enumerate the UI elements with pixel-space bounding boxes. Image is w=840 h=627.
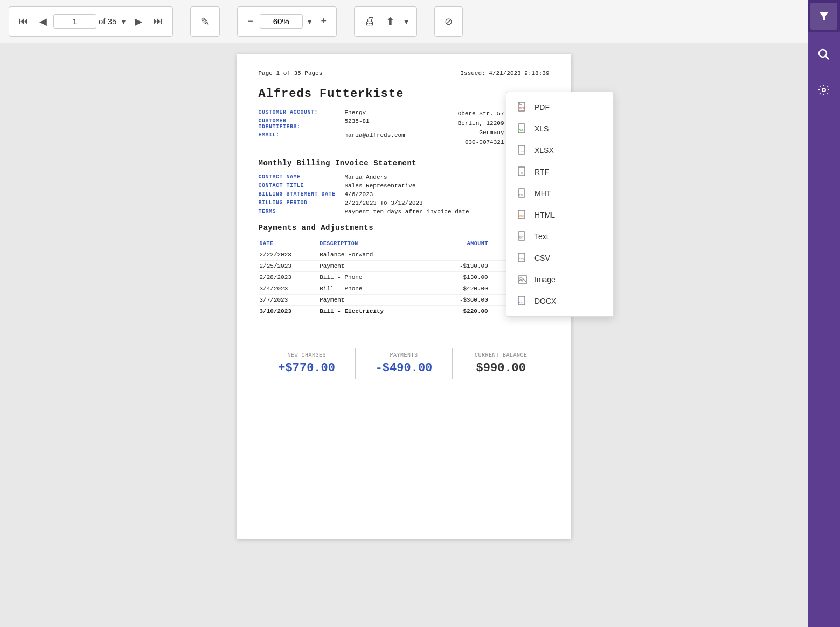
export-dropdown: PDF PDF XLS XLS XLSX XLSX RTF RTF MHT MH… bbox=[506, 92, 614, 317]
image-label: Image bbox=[534, 275, 556, 284]
html-icon: HTML bbox=[517, 210, 528, 220]
svg-rect-71 bbox=[518, 276, 527, 283]
mht-icon: MHT bbox=[517, 188, 528, 199]
csv-icon: CSV bbox=[517, 253, 528, 263]
redact-group: ⊘ bbox=[434, 6, 463, 37]
email-label: EMAIL: bbox=[259, 132, 345, 138]
billing-period-label: BILLING PERIOD bbox=[259, 200, 345, 206]
svg-point-76 bbox=[819, 50, 827, 57]
next-page-icon: ▶ bbox=[135, 16, 142, 27]
pdf-icon: PDF bbox=[517, 102, 528, 113]
export-menu-item[interactable]: MHT MHT bbox=[506, 183, 613, 204]
print-icon: 🖨 bbox=[364, 15, 375, 27]
export-menu-item[interactable]: CSV CSV bbox=[506, 247, 613, 269]
zoom-dropdown-button[interactable]: ▼ bbox=[305, 17, 315, 26]
current-balance-value: $990.00 bbox=[457, 361, 545, 375]
zoom-out-button[interactable]: − bbox=[243, 13, 258, 29]
page-dropdown-button[interactable]: ▼ bbox=[119, 17, 128, 26]
cell-date: 2/25/2023 bbox=[259, 261, 319, 272]
cell-date: 2/22/2023 bbox=[259, 249, 319, 261]
doc-header-meta: Page 1 of 35 Pages Issued: 4/21/2023 9:1… bbox=[259, 70, 550, 76]
mht-label: MHT bbox=[534, 189, 551, 198]
print-button[interactable]: 🖨 bbox=[360, 13, 379, 30]
svg-point-72 bbox=[520, 277, 522, 280]
last-page-icon: ⏭ bbox=[153, 16, 163, 27]
right-sidebar bbox=[808, 0, 840, 627]
cell-amount: -$130.00 bbox=[435, 261, 489, 272]
toolbar: ⏮ ◀ of 35 ▼ ▶ ⏭ ✎ − bbox=[0, 0, 808, 43]
cell-date: 3/7/2023 bbox=[259, 295, 319, 306]
redact-icon: ⊘ bbox=[445, 16, 453, 27]
page-input[interactable] bbox=[53, 14, 96, 29]
docx-label: DOCX bbox=[534, 297, 556, 305]
email-row: EMAIL: maria@alfreds.com bbox=[259, 132, 458, 138]
customer-identifiers-value: 5235-81 bbox=[345, 118, 370, 130]
cell-date: 2/28/2023 bbox=[259, 272, 319, 283]
export-icon: ⬆ bbox=[386, 15, 395, 28]
email-value: maria@alfreds.com bbox=[345, 132, 405, 138]
redact-button[interactable]: ⊘ bbox=[440, 13, 457, 30]
last-page-button[interactable]: ⏭ bbox=[149, 13, 167, 29]
export-menu-item[interactable]: TXT Text bbox=[506, 226, 613, 247]
svg-text:RTF: RTF bbox=[519, 172, 524, 175]
col-date: DATE bbox=[259, 239, 319, 249]
zoom-input[interactable] bbox=[260, 14, 303, 29]
zoom-in-button[interactable]: + bbox=[317, 13, 331, 29]
html-label: HTML bbox=[534, 211, 555, 219]
export-menu-item[interactable]: RTF RTF bbox=[506, 161, 613, 183]
svg-text:DOC: DOC bbox=[518, 301, 523, 304]
customer-account-row: CUSTOMER ACCOUNT: Energy bbox=[259, 109, 458, 116]
xlsx-icon: XLSX bbox=[517, 145, 528, 156]
svg-text:PDF: PDF bbox=[519, 107, 525, 110]
customer-identifiers-row: CUSTOMERIDENTIFIERS: 5235-81 bbox=[259, 118, 458, 130]
actions-group: 🖨 ⬆ ▼ bbox=[354, 6, 417, 37]
export-dropdown-button[interactable]: ▼ bbox=[401, 17, 411, 26]
prev-page-icon: ◀ bbox=[39, 16, 47, 27]
export-menu-item[interactable]: PDF PDF bbox=[506, 96, 613, 118]
terms-value: Payment ten days after invoice date bbox=[345, 208, 469, 215]
image-icon bbox=[517, 274, 528, 285]
svg-text:XLS: XLS bbox=[519, 129, 524, 131]
address-country: Germany bbox=[458, 128, 504, 138]
contact-name-value: Maria Anders bbox=[345, 174, 387, 180]
cell-amount: $220.00 bbox=[435, 306, 489, 317]
customer-account-label: CUSTOMER ACCOUNT: bbox=[259, 109, 345, 116]
edit-button[interactable]: ✎ bbox=[196, 13, 214, 30]
csv-label: CSV bbox=[534, 254, 550, 262]
first-page-icon: ⏮ bbox=[19, 16, 29, 27]
export-button[interactable]: ⬆ bbox=[381, 13, 399, 30]
search-button[interactable] bbox=[810, 41, 837, 68]
terms-label: TERMS bbox=[259, 208, 345, 215]
col-amount: AMOUNT bbox=[435, 239, 489, 249]
export-menu-item[interactable]: XLSX XLSX bbox=[506, 140, 613, 161]
edit-group: ✎ bbox=[190, 6, 220, 37]
cell-date: 3/4/2023 bbox=[259, 283, 319, 295]
current-balance-label: CURRENT BALANCE bbox=[457, 352, 545, 358]
billing-date-value: 4/6/2023 bbox=[345, 191, 373, 198]
first-page-button[interactable]: ⏮ bbox=[15, 13, 33, 29]
settings-button[interactable] bbox=[810, 76, 837, 103]
xls-icon: XLS bbox=[517, 123, 528, 134]
col-description: DESCRIPTION bbox=[318, 239, 435, 249]
current-balance-item: CURRENT BALANCE $990.00 bbox=[453, 348, 549, 379]
rtf-icon: RTF bbox=[517, 166, 528, 177]
prev-page-button[interactable]: ◀ bbox=[35, 13, 51, 30]
svg-marker-75 bbox=[819, 12, 829, 20]
address-street: Obere Str. 57 bbox=[458, 109, 504, 119]
content-area: Page 1 of 35 Pages Issued: 4/21/2023 9:1… bbox=[0, 43, 808, 627]
next-page-button[interactable]: ▶ bbox=[130, 13, 147, 30]
cell-amount: -$360.00 bbox=[435, 295, 489, 306]
new-charges-item: NEW CHARGES +$770.00 bbox=[259, 348, 356, 379]
cell-amount bbox=[435, 249, 489, 261]
zoom-in-icon: + bbox=[321, 16, 327, 27]
new-charges-value: +$770.00 bbox=[263, 361, 351, 375]
svg-text:HTML: HTML bbox=[518, 215, 525, 218]
export-menu-item[interactable]: HTML HTML bbox=[506, 204, 613, 226]
filter-button[interactable] bbox=[810, 3, 837, 30]
svg-text:MHT: MHT bbox=[518, 193, 523, 196]
export-menu-item[interactable]: DOC DOCX bbox=[506, 290, 613, 312]
export-menu-item[interactable]: Image bbox=[506, 269, 613, 290]
export-menu-item[interactable]: XLS XLS bbox=[506, 118, 613, 140]
cell-description: Bill - Electricity bbox=[318, 306, 435, 317]
doc-footer: NEW CHARGES +$770.00 PAYMENTS -$490.00 C… bbox=[259, 339, 550, 379]
